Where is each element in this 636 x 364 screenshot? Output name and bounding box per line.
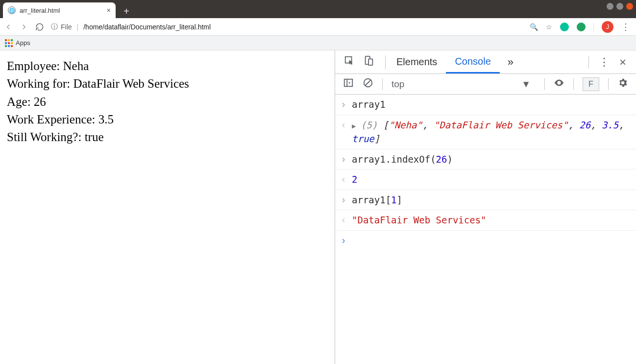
console-toolbar: top ▼ F: [335, 74, 636, 95]
tab-title: arr_literal.html: [20, 7, 60, 14]
context-label: top: [391, 79, 404, 90]
clear-console-icon[interactable]: [363, 77, 373, 91]
console-row: array1: [335, 95, 636, 115]
console-row: ▶(5) ["Neha", "DataFlair Web Services", …: [335, 115, 636, 149]
menu-icon[interactable]: ⋮: [621, 22, 630, 32]
info-icon: ⓘ: [51, 23, 58, 31]
console-row: array1.indexOf(26): [335, 149, 636, 170]
url-scheme-label: File: [61, 23, 72, 31]
page-content: Employee: Neha Working for: DataFlair We…: [0, 50, 335, 364]
divider: [588, 56, 589, 69]
console-message[interactable]: array1: [352, 97, 631, 112]
console-output[interactable]: array1▶(5) ["Neha", "DataFlair Web Servi…: [335, 95, 636, 364]
chevron-down-icon: ▼: [521, 79, 531, 90]
page-line: Working for: DataFlair Web Services: [7, 75, 328, 93]
url-field[interactable]: ⓘ File | /home/dataflair/Documents/arr_l…: [51, 23, 523, 31]
browser-titlebar: 🌐 arr_literal.html × +: [0, 0, 636, 18]
page-line: Still Working?: true: [7, 128, 328, 146]
svg-point-5: [558, 82, 560, 84]
console-message[interactable]: 2: [352, 172, 631, 187]
globe-icon: 🌐: [8, 6, 16, 14]
tabs-overflow-icon[interactable]: »: [500, 56, 521, 69]
profile-avatar[interactable]: J: [602, 21, 613, 33]
input-chevron-icon: [340, 97, 347, 111]
input-chevron-icon: [340, 152, 347, 166]
output-chevron-icon: [340, 213, 347, 227]
star-icon[interactable]: ☆: [546, 23, 552, 31]
filter-box[interactable]: F: [583, 77, 599, 91]
settings-gear-icon[interactable]: [617, 77, 628, 91]
console-prompt[interactable]: [335, 231, 636, 250]
browser-tab[interactable]: 🌐 arr_literal.html ×: [3, 2, 116, 18]
bookmarks-bar: Apps: [0, 36, 636, 50]
apps-icon[interactable]: [5, 39, 13, 47]
window-controls: [607, 3, 633, 10]
kebab-icon[interactable]: ⋮: [599, 56, 610, 69]
console-row: array1[1]: [335, 190, 636, 211]
divider: [593, 23, 594, 31]
page-line: Work Experience: 3.5: [7, 111, 328, 128]
divider: [382, 78, 383, 90]
toolbar-right: 🔍 ☆ J ⋮: [530, 21, 632, 33]
context-selector[interactable]: top ▼: [391, 79, 536, 90]
inspect-icon[interactable]: [344, 55, 355, 69]
svg-rect-3: [344, 79, 353, 87]
input-chevron-icon: [340, 193, 347, 207]
console-message[interactable]: array1.indexOf(26): [352, 152, 631, 167]
close-window-icon[interactable]: [626, 3, 633, 10]
reload-icon[interactable]: [35, 23, 44, 31]
device-toggle-icon[interactable]: [364, 55, 374, 69]
zoom-icon[interactable]: 🔍: [530, 23, 538, 31]
devtools-tabs: Elements Console » ⋮ ×: [335, 50, 636, 74]
maximize-icon[interactable]: [616, 3, 623, 10]
devtools-panel: Elements Console » ⋮ × top ▼: [335, 50, 636, 364]
divider: [573, 78, 574, 90]
output-chevron-icon: [340, 172, 347, 186]
divider: [608, 78, 609, 90]
sidebar-toggle-icon[interactable]: [343, 77, 354, 91]
divider: [385, 55, 386, 69]
tab-elements[interactable]: Elements: [388, 50, 446, 73]
minimize-icon[interactable]: [607, 3, 613, 10]
page-line: Age: 26: [7, 93, 328, 111]
url-separator: |: [77, 23, 79, 31]
new-tab-button[interactable]: +: [120, 4, 133, 18]
address-bar: ⓘ File | /home/dataflair/Documents/arr_l…: [0, 18, 636, 36]
close-tab-icon[interactable]: ×: [107, 6, 111, 14]
main-area: Employee: Neha Working for: DataFlair We…: [0, 50, 636, 364]
console-message[interactable]: array1[1]: [352, 193, 631, 207]
console-row: 2: [335, 170, 636, 190]
back-icon[interactable]: [4, 23, 13, 31]
console-message[interactable]: "DataFlair Web Services": [352, 213, 631, 227]
prompt-chevron-icon: [340, 234, 347, 247]
expand-icon[interactable]: ▶: [352, 121, 359, 131]
apps-label[interactable]: Apps: [16, 39, 30, 47]
tab-console[interactable]: Console: [446, 50, 499, 73]
extension-icon-1[interactable]: [560, 23, 569, 31]
svg-rect-2: [368, 59, 372, 65]
eye-icon[interactable]: [554, 77, 564, 91]
close-devtools-icon[interactable]: ×: [619, 55, 626, 69]
output-chevron-icon: [340, 118, 347, 132]
page-line: Employee: Neha: [7, 57, 328, 75]
extension-icon-2[interactable]: [577, 23, 586, 31]
console-message[interactable]: ▶(5) ["Neha", "DataFlair Web Services", …: [352, 118, 631, 146]
forward-icon[interactable]: [20, 23, 28, 31]
divider: [544, 78, 545, 90]
url-path: /home/dataflair/Documents/arr_literal.ht…: [83, 23, 211, 31]
console-row: "DataFlair Web Services": [335, 210, 636, 231]
